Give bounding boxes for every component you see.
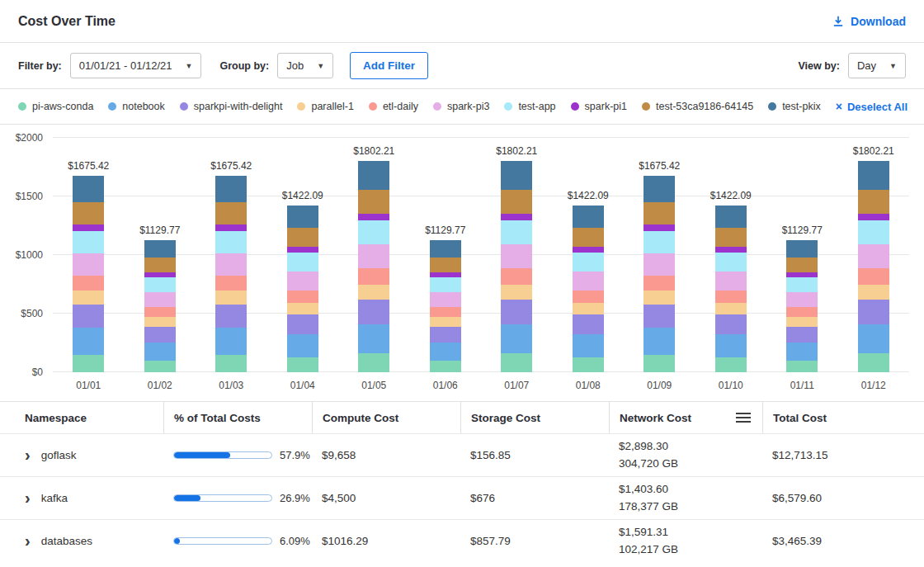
bar-segment-notebook[interactable] bbox=[644, 328, 675, 355]
bar-segment-test-53ca9186-64145[interactable] bbox=[287, 228, 318, 247]
bar-segment-test-53ca9186-64145[interactable] bbox=[501, 190, 532, 214]
bar-segment-test-53ca9186-64145[interactable] bbox=[858, 190, 889, 214]
legend-item-notebook[interactable]: notebook bbox=[108, 101, 164, 112]
bar-segment-etl-daily[interactable] bbox=[573, 291, 604, 303]
bar-segment-parallel-1[interactable] bbox=[430, 317, 461, 327]
bar-segment-pi-aws-conda[interactable] bbox=[644, 355, 675, 372]
stacked-bar[interactable] bbox=[501, 161, 532, 372]
bar-segment-test-pkix[interactable] bbox=[644, 176, 675, 202]
bar-segment-test-53ca9186-64145[interactable] bbox=[430, 258, 461, 272]
bar-segment-test-53ca9186-64145[interactable] bbox=[715, 228, 747, 247]
bar-segment-notebook[interactable] bbox=[573, 334, 604, 357]
col-header-storage[interactable]: Storage Cost bbox=[460, 402, 609, 433]
bar-segment-test-pkix[interactable] bbox=[144, 240, 176, 258]
bar-segment-pi-aws-conda[interactable] bbox=[73, 355, 104, 372]
legend-item-spark-pi3[interactable]: spark-pi3 bbox=[433, 101, 489, 112]
bar-segment-test-53ca9186-64145[interactable] bbox=[73, 202, 104, 224]
bar-segment-spark-pi3[interactable] bbox=[786, 292, 818, 307]
bar-segment-test-pkix[interactable] bbox=[501, 161, 532, 190]
bar-segment-test-pkix[interactable] bbox=[215, 176, 247, 202]
download-button[interactable]: Download bbox=[832, 15, 906, 28]
group-by-select[interactable]: Job ▼ bbox=[277, 53, 333, 78]
bar-segment-test-pkix[interactable] bbox=[73, 176, 104, 202]
bar-segment-etl-daily[interactable] bbox=[501, 268, 532, 284]
bar-segment-notebook[interactable] bbox=[858, 324, 889, 354]
bar-segment-etl-daily[interactable] bbox=[715, 291, 747, 303]
bar-segment-etl-daily[interactable] bbox=[287, 291, 318, 303]
bar-segment-spark-pi3[interactable] bbox=[573, 272, 604, 291]
bar-segment-test-app[interactable] bbox=[358, 220, 389, 244]
bar-segment-etl-daily[interactable] bbox=[73, 276, 104, 291]
bar-segment-etl-daily[interactable] bbox=[644, 276, 675, 291]
stacked-bar[interactable] bbox=[358, 161, 389, 372]
expand-chevron-icon[interactable]: › bbox=[25, 532, 31, 549]
stacked-bar[interactable] bbox=[215, 176, 247, 372]
bar-segment-pi-aws-conda[interactable] bbox=[287, 357, 318, 372]
stacked-bar[interactable] bbox=[573, 206, 604, 372]
stacked-bar[interactable] bbox=[786, 240, 818, 372]
bar-segment-spark-pi1[interactable] bbox=[358, 214, 389, 221]
bar-segment-test-pkix[interactable] bbox=[858, 161, 889, 190]
bar-segment-spark-pi3[interactable] bbox=[715, 272, 747, 291]
bar-segment-pi-aws-conda[interactable] bbox=[501, 353, 532, 372]
bar-segment-pi-aws-conda[interactable] bbox=[786, 361, 818, 372]
bar-segment-sparkpi-with-delight[interactable] bbox=[358, 300, 389, 324]
bar-segment-test-app[interactable] bbox=[215, 231, 247, 253]
bar-segment-test-app[interactable] bbox=[73, 231, 104, 253]
bar-segment-notebook[interactable] bbox=[144, 343, 176, 361]
bar-segment-pi-aws-conda[interactable] bbox=[215, 355, 247, 372]
col-header-network[interactable]: Network Cost bbox=[609, 402, 762, 433]
legend-item-parallel-1[interactable]: parallel-1 bbox=[297, 101, 353, 112]
bar-segment-spark-pi3[interactable] bbox=[73, 253, 104, 276]
bar-segment-test-pkix[interactable] bbox=[358, 161, 389, 190]
bar-segment-test-app[interactable] bbox=[501, 220, 532, 244]
column-settings-icon[interactable] bbox=[736, 413, 751, 423]
bar-segment-etl-daily[interactable] bbox=[786, 307, 818, 317]
bar-segment-sparkpi-with-delight[interactable] bbox=[715, 314, 747, 334]
bar-segment-sparkpi-with-delight[interactable] bbox=[858, 300, 889, 324]
bar-segment-pi-aws-conda[interactable] bbox=[358, 353, 389, 372]
bar-segment-test-pkix[interactable] bbox=[715, 206, 747, 228]
legend-item-test-pkix[interactable]: test-pkix bbox=[768, 101, 821, 112]
bar-segment-pi-aws-conda[interactable] bbox=[430, 361, 461, 372]
bar-segment-sparkpi-with-delight[interactable] bbox=[215, 305, 247, 328]
stacked-bar[interactable] bbox=[715, 206, 747, 372]
deselect-all-button[interactable]: × Deselect All bbox=[836, 100, 908, 113]
bar-segment-spark-pi3[interactable] bbox=[644, 253, 675, 276]
col-header-compute[interactable]: Compute Cost bbox=[312, 402, 460, 433]
expand-chevron-icon[interactable]: › bbox=[25, 489, 31, 506]
col-header-percent[interactable]: % of Total Costs bbox=[163, 402, 312, 433]
table-row-goflask[interactable]: ›goflask57.9%$9,658$156.85$2,898.30304,7… bbox=[0, 433, 924, 476]
legend-item-sparkpi-with-delight[interactable]: sparkpi-with-delight bbox=[180, 101, 283, 112]
bar-segment-test-53ca9186-64145[interactable] bbox=[358, 190, 389, 214]
bar-segment-spark-pi1[interactable] bbox=[573, 247, 604, 253]
bar-segment-parallel-1[interactable] bbox=[73, 291, 104, 305]
bar-segment-notebook[interactable] bbox=[430, 343, 461, 361]
bar-segment-test-app[interactable] bbox=[573, 253, 604, 272]
bar-segment-spark-pi1[interactable] bbox=[215, 224, 247, 231]
bar-segment-sparkpi-with-delight[interactable] bbox=[786, 327, 818, 343]
bar-segment-parallel-1[interactable] bbox=[287, 303, 318, 314]
bar-segment-sparkpi-with-delight[interactable] bbox=[573, 314, 604, 334]
bar-segment-spark-pi1[interactable] bbox=[715, 247, 747, 253]
bar-segment-sparkpi-with-delight[interactable] bbox=[501, 300, 532, 324]
bar-segment-etl-daily[interactable] bbox=[358, 268, 389, 284]
legend-item-etl-daily[interactable]: etl-daily bbox=[369, 101, 418, 112]
bar-segment-sparkpi-with-delight[interactable] bbox=[73, 305, 104, 328]
table-row-databases[interactable]: ›databases6.09%$1016.29$857.79$1,591.311… bbox=[0, 519, 924, 562]
bar-segment-parallel-1[interactable] bbox=[358, 285, 389, 300]
bar-segment-spark-pi1[interactable] bbox=[501, 214, 532, 221]
bar-segment-spark-pi1[interactable] bbox=[287, 247, 318, 253]
bar-segment-spark-pi3[interactable] bbox=[430, 292, 461, 307]
bar-segment-pi-aws-conda[interactable] bbox=[858, 353, 889, 372]
bar-segment-parallel-1[interactable] bbox=[215, 291, 247, 305]
bar-segment-spark-pi1[interactable] bbox=[858, 214, 889, 221]
bar-segment-parallel-1[interactable] bbox=[644, 291, 675, 305]
bar-segment-spark-pi1[interactable] bbox=[644, 224, 675, 231]
bar-segment-spark-pi3[interactable] bbox=[358, 244, 389, 268]
bar-segment-notebook[interactable] bbox=[358, 324, 389, 354]
bar-segment-etl-daily[interactable] bbox=[430, 307, 461, 317]
bar-segment-parallel-1[interactable] bbox=[858, 285, 889, 300]
bar-segment-spark-pi3[interactable] bbox=[287, 272, 318, 291]
bar-segment-test-pkix[interactable] bbox=[573, 206, 604, 228]
